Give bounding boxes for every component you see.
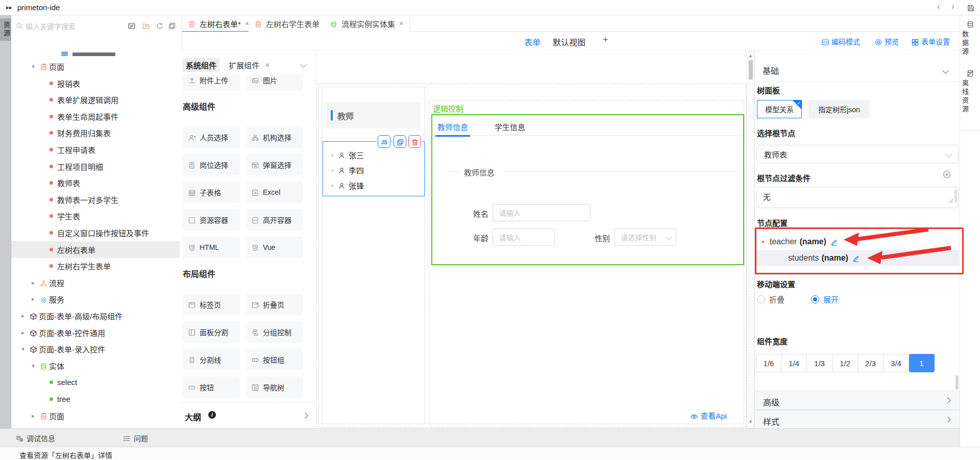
copy-widget-button[interactable] <box>394 135 406 148</box>
logic-control-box[interactable]: 教师信息 学生信息 教师信息 姓名 请输入 年龄 请输入 性别 请选择性别 <box>431 114 744 265</box>
palette-item-按钮[interactable]: 按钮 <box>183 376 240 398</box>
palette-item-Excel[interactable]: Excel <box>246 182 303 203</box>
palette-item-图片[interactable]: 图片 <box>246 74 303 91</box>
palette-item-分割线[interactable]: 分割线 <box>183 349 240 370</box>
canvas-tree-node-张三[interactable]: ▸张三 <box>324 147 424 162</box>
history-back-icon[interactable]: ‹ <box>937 2 940 12</box>
scroll-up-icon[interactable]: ▲ <box>748 53 753 58</box>
palette-tab-system[interactable]: 系统组件 <box>183 58 219 72</box>
tree-item-页面-表单-控件通用[interactable]: ▸页面-表单-控件通用 <box>11 324 182 341</box>
tree-item-页面-表单-高级/布局组件[interactable]: ▸页面-表单-高级/布局组件 <box>11 308 182 324</box>
tree-item-工程项目明细[interactable]: 工程项目明细 <box>11 158 182 175</box>
palette-item-导航树[interactable]: 导航树 <box>246 376 303 398</box>
canvas-tree-node-张锋[interactable]: ▸张锋 <box>324 177 424 193</box>
section-style[interactable]: 样式 <box>755 410 960 429</box>
preview-button[interactable]: 预览 <box>874 36 899 46</box>
width-option-1/3[interactable]: 1/3 <box>807 354 832 372</box>
delete-widget-button[interactable] <box>408 135 421 148</box>
datasource-rail-tab[interactable]: 数据源 <box>960 19 980 57</box>
doc-tab-左树右表单[interactable]: 左树右表单*× <box>182 15 256 32</box>
width-option-2/3[interactable]: 2/3 <box>858 354 884 372</box>
tree-item-页面[interactable]: ▾页面 <box>11 58 182 75</box>
tree-item-页面-表单-录入控件[interactable]: ▾页面-表单-录入控件 <box>11 341 182 357</box>
width-option-3/4[interactable]: 3/4 <box>884 354 909 372</box>
width-option-1/4[interactable]: 1/4 <box>781 354 807 372</box>
tree-item-自定义窗口操作按钮及事件[interactable]: 自定义窗口操作按钮及事件 <box>11 224 182 241</box>
tree-item-实体[interactable]: ▾实体 <box>11 357 182 374</box>
add-view-button[interactable]: + <box>603 35 608 45</box>
tree-item-流程[interactable]: ▸流程 <box>11 424 182 428</box>
root-filter-textarea[interactable]: 无 <box>756 187 959 208</box>
search-input[interactable]: 输入关键字搜索 <box>26 21 76 31</box>
issues-button[interactable]: 问题 <box>122 433 148 443</box>
view-tab-default[interactable]: 默认视图 <box>553 36 585 48</box>
palette-item-HTML[interactable]: HTML <box>183 237 240 258</box>
offline-resource-rail-tab[interactable]: 离线资源 <box>960 68 980 114</box>
section-advanced[interactable]: 高级 <box>755 391 960 410</box>
palette-menu-icon[interactable]: ≡ <box>265 61 270 69</box>
resize-handle-icon[interactable] <box>948 197 957 207</box>
tree-item-表单生命周起事件[interactable]: 表单生命周起事件 <box>11 108 182 125</box>
outline-footer[interactable]: 大纲 i <box>180 402 316 428</box>
palette-tab-extended[interactable]: 扩展组件 <box>226 58 262 72</box>
save-icon[interactable] <box>967 3 975 12</box>
tree-item-左树右学生表单[interactable]: 左树右学生表单 <box>11 258 182 274</box>
resources-activity-tab[interactable]: 资源 <box>0 18 11 41</box>
tab-student-info[interactable]: 学生信息 <box>495 121 525 132</box>
tab-teacher-info[interactable]: 教师信息 <box>437 121 468 132</box>
palette-item-折叠页[interactable]: 折叠页 <box>246 294 303 315</box>
doc-tab-流程实例实体集[interactable]: 流程实例实体集× <box>324 15 410 32</box>
tree-item-财务费用归集表[interactable]: 财务费用归集表 <box>11 124 182 141</box>
tree-item-页面[interactable]: ▸页面 <box>11 407 182 424</box>
tree-item-左树右表单[interactable]: 左树右表单 <box>11 241 182 258</box>
radio-collapse[interactable]: 折叠 <box>757 294 785 304</box>
inspector-section-basic[interactable]: 基础 <box>755 58 960 82</box>
canvas-scrollbar[interactable]: ▲ ▼ <box>746 51 754 428</box>
view-tab-form[interactable]: 表单 <box>524 36 541 48</box>
palette-collapse-icon[interactable] <box>300 61 307 68</box>
doc-tab-左树右学生表单[interactable]: 左树右学生表单× <box>249 15 334 32</box>
canvas-tree-node-李四[interactable]: ▸李四 <box>324 162 424 177</box>
tree-item-tree[interactable]: tree <box>11 391 182 407</box>
form-settings-button[interactable]: 表单设置 <box>911 36 950 46</box>
palette-item-附件上传[interactable]: 附件上传 <box>183 74 240 91</box>
js-logic-button[interactable]: JS <box>378 135 390 148</box>
view-api-link[interactable]: 查看Api <box>690 410 727 421</box>
debug-info-button[interactable]: 调试信息 <box>15 433 55 443</box>
palette-item-岗位选择[interactable]: 岗位选择 <box>183 154 240 175</box>
tree-item-教师表[interactable]: 教师表 <box>11 174 182 191</box>
add-filter-icon[interactable] <box>943 169 951 178</box>
tree-item-学生表[interactable]: 学生表 <box>11 208 182 224</box>
tree-item-流程[interactable]: ▸流程 <box>11 274 182 291</box>
tree-item-服务[interactable]: ▸服务 <box>11 291 182 308</box>
palette-item-分组控制[interactable]: 分组控制 <box>246 321 303 343</box>
collapse-all-icon[interactable] <box>168 21 176 30</box>
tree-item-教师表一对多学生[interactable]: 教师表一对多学生 <box>11 191 182 208</box>
refresh-icon[interactable] <box>156 21 164 30</box>
palette-item-按钮组[interactable]: 按钮组 <box>246 349 303 370</box>
width-option-1[interactable]: 1 <box>909 354 935 372</box>
inspector-scrollbar-thumb[interactable] <box>955 375 959 390</box>
new-folder-icon[interactable] <box>142 21 150 30</box>
model-relation-button[interactable]: 模型关系 ✓ <box>757 100 802 118</box>
scroll-down-icon[interactable]: ▼ <box>748 419 753 424</box>
palette-item-资源容器[interactable]: 资源容器 <box>183 209 240 231</box>
history-forward-icon[interactable]: › <box>951 2 954 12</box>
palette-item-标签页[interactable]: 标签页 <box>183 294 240 315</box>
code-mode-button[interactable]: 编码模式 <box>821 36 860 46</box>
name-input[interactable]: 请输入 <box>493 204 591 221</box>
tree-item-报销表[interactable]: 报销表 <box>11 75 182 92</box>
gender-select[interactable]: 请选择性别 <box>614 228 676 246</box>
width-option-1/2[interactable]: 1/2 <box>832 354 858 372</box>
tree-item-select[interactable]: select <box>11 374 182 391</box>
palette-item-子表格[interactable]: 子表格 <box>183 182 240 203</box>
palette-item-面板分割[interactable]: 面板分割 <box>183 321 240 343</box>
palette-item-高开容器[interactable]: 高开容器 <box>246 209 303 231</box>
root-node-select[interactable]: 教师表 <box>756 145 959 163</box>
tree-item-工程申请表[interactable]: 工程申请表 <box>11 141 182 158</box>
width-option-1/6[interactable]: 1/6 <box>756 354 781 372</box>
scrollbar-thumb[interactable] <box>749 60 753 80</box>
radio-expand[interactable]: 展开 <box>811 294 839 304</box>
tree-json-button[interactable]: 指定树形json <box>808 100 870 118</box>
palette-item-人员选择[interactable]: 人员选择 <box>183 126 240 148</box>
